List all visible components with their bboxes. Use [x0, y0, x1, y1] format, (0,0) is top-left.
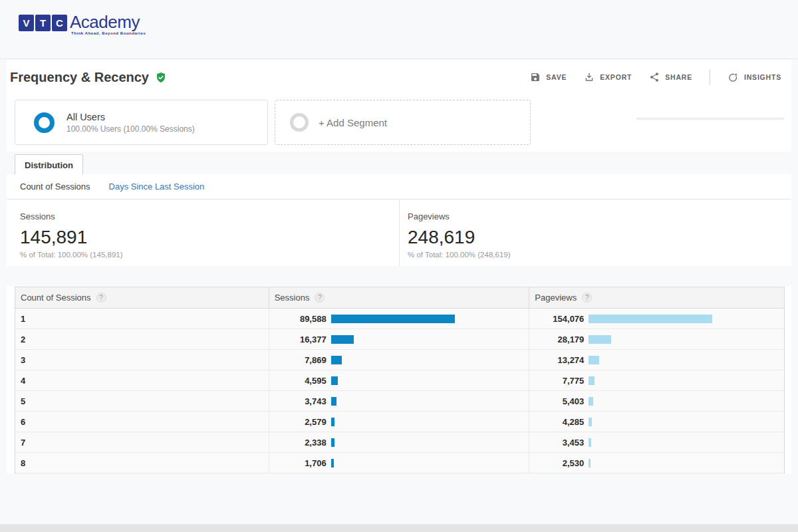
sessions-cell: 4,595	[269, 370, 529, 390]
count-of-sessions-cell: 4	[15, 370, 269, 390]
count-of-sessions-cell: 7	[15, 432, 269, 452]
export-label: EXPORT	[600, 73, 632, 81]
verified-shield-icon	[155, 71, 167, 84]
header-pageviews-label: Pageviews	[535, 293, 577, 303]
pageviews-value: 2,530	[529, 458, 584, 468]
pageviews-value: 13,274	[529, 355, 584, 365]
pageviews-bar	[589, 315, 712, 323]
add-segment-button[interactable]: + Add Segment	[275, 100, 531, 145]
title-row: Frequency & Recency SAVE EXPORT	[7, 60, 791, 94]
report-header-panel: Frequency & Recency SAVE EXPORT	[7, 60, 791, 152]
summary-sessions: Sessions 145,891 % of Total: 100.00% (14…	[7, 200, 399, 266]
frequency-table: Count of Sessions ? Sessions ? Pageviews…	[15, 287, 785, 473]
sessions-bar	[331, 418, 334, 426]
sessions-value: 3,743	[269, 396, 327, 406]
pageviews-value: 154,076	[529, 314, 584, 324]
logo-letter-t: T	[35, 15, 51, 31]
header-pageviews[interactable]: Pageviews ?	[529, 287, 784, 308]
table-row: 72,3383,453	[15, 432, 784, 453]
sessions-cell: 7,869	[269, 350, 529, 370]
count-of-sessions-cell: 5	[15, 391, 269, 411]
tab-distribution[interactable]: Distribution	[15, 154, 83, 175]
add-segment-donut-icon	[290, 113, 309, 132]
pageviews-bar	[589, 376, 595, 385]
table-header-row: Count of Sessions ? Sessions ? Pageviews…	[15, 287, 784, 309]
export-icon	[584, 72, 595, 82]
pageviews-cell: 13,274	[529, 350, 784, 370]
table-row: 44,5957,775	[15, 370, 784, 391]
share-button[interactable]: SHARE	[649, 72, 692, 82]
segment-all-users[interactable]: All Users 100.00% Users (100.00% Session…	[15, 100, 268, 145]
summary-sessions-pct: % of Total: 100.00% (145,891)	[20, 251, 399, 259]
header-count-of-sessions[interactable]: Count of Sessions ?	[15, 287, 269, 308]
sessions-value: 4,595	[269, 376, 327, 386]
share-label: SHARE	[665, 73, 692, 81]
count-of-sessions-cell: 2	[15, 329, 269, 349]
pageviews-cell: 5,403	[529, 391, 784, 411]
segment-donut-icon	[34, 112, 55, 133]
pageviews-bar	[589, 356, 599, 364]
insights-button[interactable]: INSIGHTS	[728, 72, 781, 83]
count-of-sessions-cell: 8	[15, 453, 269, 473]
logo-letter-boxes: V T C	[19, 15, 67, 31]
divider-line	[636, 118, 784, 120]
save-button[interactable]: SAVE	[530, 72, 567, 82]
tab-distribution-label: Distribution	[25, 160, 73, 170]
summary-sessions-value: 145,891	[20, 227, 399, 248]
pageviews-value: 4,285	[529, 417, 584, 427]
pageviews-value: 3,453	[529, 438, 584, 448]
logo-name: Academy	[70, 13, 146, 31]
pageviews-value: 28,179	[529, 334, 584, 344]
count-of-sessions-cell: 3	[15, 350, 269, 370]
subnav: Count of Sessions Days Since Last Sessio…	[7, 174, 791, 200]
sessions-value: 7,869	[269, 355, 327, 365]
pageviews-cell: 3,453	[529, 432, 784, 452]
subnav-days-since-last-session[interactable]: Days Since Last Session	[109, 182, 205, 192]
add-segment-label: + Add Segment	[319, 117, 387, 128]
help-icon[interactable]: ?	[582, 293, 592, 303]
report-toolbar: SAVE EXPORT SHARE INSIGHTS	[530, 69, 781, 85]
summary-pageviews-pct: % of Total: 100.00% (248,619)	[408, 251, 791, 259]
sessions-cell: 16,377	[269, 329, 529, 349]
summary-pageviews-label: Pageviews	[408, 211, 791, 221]
table-row: 62,5794,285	[15, 412, 784, 432]
logo-tagline: Think Ahead, Beyond Boundaries	[71, 31, 146, 35]
bottom-strip	[0, 524, 798, 532]
summary-pageviews: Pageviews 248,619 % of Total: 100.00% (2…	[399, 200, 791, 266]
pageviews-cell: 28,179	[529, 329, 784, 349]
subnav-count-of-sessions[interactable]: Count of Sessions	[20, 182, 90, 192]
header-sessions[interactable]: Sessions ?	[269, 287, 529, 308]
segment-subtitle: 100.00% Users (100.00% Sessions)	[66, 124, 195, 134]
logo-letter-v: V	[19, 15, 34, 31]
sessions-cell: 2,338	[269, 432, 529, 452]
pageviews-value: 5,403	[529, 396, 584, 406]
insights-icon	[728, 72, 739, 83]
help-icon[interactable]: ?	[315, 293, 325, 303]
table-row: 81,7062,530	[15, 453, 784, 473]
summary-pageviews-value: 248,619	[408, 227, 791, 248]
top-logo-bar: V T C Academy Think Ahead, Beyond Bounda…	[0, 0, 798, 59]
pageviews-cell: 154,076	[529, 309, 784, 329]
table-panel: Count of Sessions ? Sessions ? Pageviews…	[7, 286, 791, 473]
pageviews-bar	[589, 418, 592, 426]
share-icon	[649, 72, 660, 82]
summary-sessions-label: Sessions	[20, 211, 399, 221]
pageviews-bar	[589, 459, 591, 467]
count-of-sessions-cell: 6	[15, 412, 269, 432]
table-row: 37,86913,274	[15, 350, 784, 370]
segment-title: All Users	[66, 111, 195, 124]
pageviews-cell: 7,775	[529, 370, 784, 390]
sessions-cell: 1,706	[269, 453, 529, 473]
pageviews-bar	[589, 335, 611, 344]
table-row: 189,588154,076	[15, 309, 784, 329]
sessions-bar	[331, 315, 455, 323]
page-title: Frequency & Recency	[10, 70, 149, 85]
pageviews-value: 7,775	[529, 376, 584, 386]
pageviews-bar	[589, 438, 591, 447]
header-sessions-label: Sessions	[275, 293, 310, 303]
sessions-cell: 3,743	[269, 391, 529, 411]
sessions-cell: 2,579	[269, 412, 529, 432]
sessions-value: 2,338	[269, 438, 327, 448]
help-icon[interactable]: ?	[96, 293, 106, 303]
export-button[interactable]: EXPORT	[584, 72, 632, 82]
